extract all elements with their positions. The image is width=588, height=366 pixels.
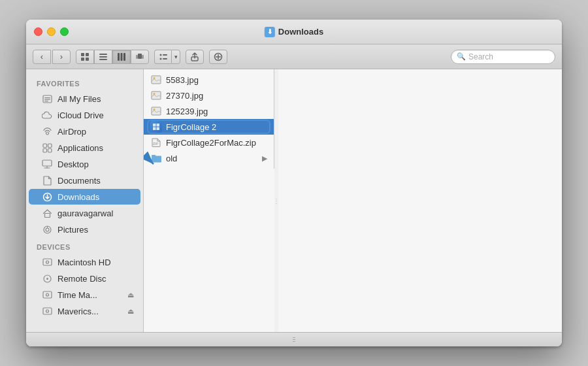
svg-point-51 [154, 108, 155, 110]
folder-expand-arrow: ▶ [262, 154, 267, 163]
sidebar-item-icloud-drive[interactable]: iCloud Drive [29, 107, 140, 123]
sidebar-item-label: Time Ma... [57, 290, 97, 300]
search-box[interactable]: 🔍 Search [451, 50, 555, 64]
svg-rect-5 [99, 56, 107, 58]
sidebar-item-downloads[interactable]: Downloads [29, 189, 140, 205]
svg-rect-26 [43, 144, 47, 148]
sidebar-item-pictures[interactable]: Pictures [29, 222, 140, 237]
file-area: 5583.jpg 27370.jpg 125239.jpg [144, 69, 562, 332]
documents-icon [42, 175, 52, 186]
close-button[interactable] [34, 27, 42, 36]
svg-point-36 [46, 228, 49, 231]
svg-rect-8 [121, 53, 123, 61]
sidebar-item-maverics[interactable]: Maverics... ⏏ [29, 303, 140, 319]
icloud-icon [42, 110, 52, 120]
svg-text:ZIP: ZIP [153, 142, 158, 146]
arrange-main[interactable] [154, 50, 171, 64]
file-name: 5583.jpg [166, 75, 199, 85]
sidebar-item-label: Desktop [57, 159, 89, 169]
file-name: FigrCollage 2 [166, 122, 216, 132]
forward-button[interactable]: › [52, 50, 71, 64]
svg-rect-44 [43, 308, 52, 314]
tag-button[interactable] [209, 50, 227, 64]
svg-rect-28 [43, 148, 47, 152]
column-view-button[interactable] [112, 50, 131, 64]
sidebar-item-label: Maverics... [57, 307, 99, 316]
file-item-5583[interactable]: 5583.jpg [144, 72, 274, 88]
traffic-lights [34, 27, 69, 36]
folder-icon-blue [150, 152, 162, 164]
sidebar-item-airdrop[interactable]: AirDrop [29, 124, 140, 139]
sidebar-item-all-my-files[interactable]: All My Files [29, 91, 140, 107]
svg-rect-4 [99, 54, 107, 55]
finder-window: ⬇ Downloads ‹ › ▾ [26, 20, 562, 346]
desktop-icon [42, 159, 52, 169]
sidebar-item-label: iCloud Drive [57, 110, 104, 120]
svg-point-15 [159, 58, 161, 59]
svg-rect-53 [157, 124, 160, 127]
sidebar-item-documents[interactable]: Documents [29, 173, 140, 188]
folder-icon: ⬇ [265, 27, 275, 37]
svg-rect-0 [81, 53, 84, 56]
macintosh-hd-icon [42, 257, 52, 267]
arrange-button[interactable]: ▾ [154, 50, 180, 64]
devices-section-label: Devices [26, 238, 143, 254]
svg-point-39 [46, 261, 48, 263]
arrange-arrow[interactable]: ▾ [171, 50, 180, 64]
sidebar-item-desktop[interactable]: Desktop [29, 156, 140, 172]
back-button[interactable]: ‹ [33, 50, 51, 64]
bottom-bar [26, 332, 562, 346]
minimize-button[interactable] [47, 27, 56, 36]
svg-rect-16 [163, 58, 167, 59]
sidebar-item-remote-disc[interactable]: Remote Disc [29, 271, 140, 286]
search-icon: 🔍 [457, 52, 466, 61]
eject-icon[interactable]: ⏏ [127, 291, 134, 299]
svg-rect-22 [44, 97, 50, 98]
file-item-figrcollage2forMac[interactable]: ZIP FigrCollage2ForMac.zip [144, 135, 274, 150]
remote-disc-icon [42, 273, 52, 284]
svg-rect-9 [123, 53, 125, 61]
sidebar-item-gauravagarwal[interactable]: gauravagarwal [29, 205, 140, 221]
view-buttons [76, 50, 149, 64]
downloads-icon [42, 191, 52, 202]
svg-rect-30 [42, 160, 52, 166]
coverflow-view-button[interactable] [131, 50, 149, 64]
file-name: 125239.jpg [166, 107, 208, 116]
maverics-icon [42, 306, 52, 316]
image-icon [150, 105, 162, 117]
svg-rect-2 [81, 58, 84, 61]
list-view-button[interactable] [94, 50, 112, 64]
svg-rect-10 [138, 54, 142, 59]
file-item-27370[interactable]: 27370.jpg [144, 88, 274, 103]
svg-point-45 [46, 310, 48, 312]
svg-point-47 [154, 77, 155, 79]
sidebar: Favorites All My Files iCloud Drive AirD… [26, 69, 144, 332]
svg-rect-42 [43, 291, 52, 298]
maximize-button[interactable] [60, 27, 69, 36]
image-icon [150, 90, 162, 101]
svg-rect-11 [136, 55, 138, 59]
main-content: Favorites All My Files iCloud Drive AirD… [26, 69, 562, 332]
file-item-old[interactable]: old ▶ [144, 150, 274, 166]
icon-view-button[interactable] [76, 50, 94, 64]
eject-icon-2[interactable]: ⏏ [127, 307, 134, 316]
file-item-125239[interactable]: 125239.jpg [144, 103, 274, 119]
file-item-figrcollage2[interactable]: FigrCollage 2 [144, 119, 274, 135]
svg-rect-52 [153, 124, 156, 127]
app-icon [150, 121, 162, 133]
resize-handle-bottom[interactable] [293, 335, 295, 344]
search-placeholder: Search [468, 52, 493, 61]
share-button[interactable] [186, 50, 204, 64]
svg-rect-6 [99, 59, 107, 60]
file-name: 27370.jpg [166, 91, 203, 101]
sidebar-item-macintosh-hd[interactable]: Macintosh HD [29, 254, 140, 270]
zip-icon: ZIP [150, 137, 162, 148]
toolbar: ‹ › ▾ [26, 44, 562, 69]
sidebar-item-applications[interactable]: Applications [29, 140, 140, 156]
svg-rect-7 [118, 53, 120, 61]
image-icon [150, 74, 162, 86]
sidebar-item-label: Remote Disc [57, 274, 106, 284]
svg-rect-3 [86, 58, 89, 61]
sidebar-item-time-machine[interactable]: Time Ma... ⏏ [29, 287, 140, 303]
file-name: old [166, 154, 177, 163]
